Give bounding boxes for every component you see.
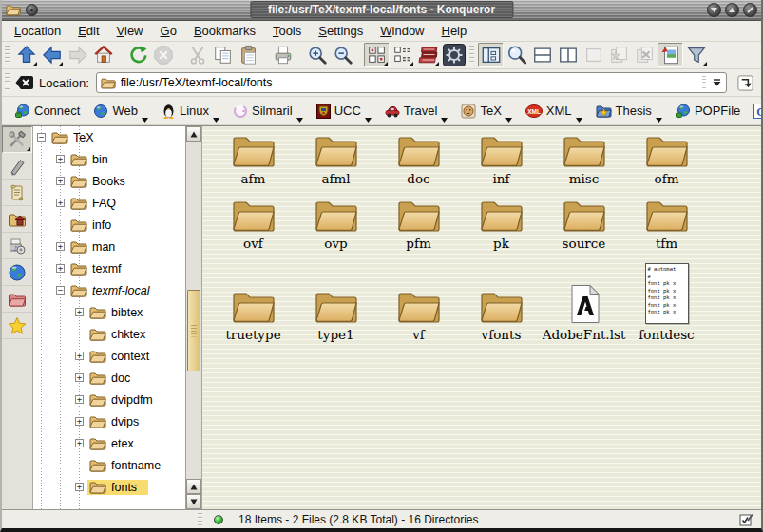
file-item[interactable]: pk xyxy=(460,199,543,251)
location-combobox[interactable] xyxy=(96,72,727,93)
bookmarks-button[interactable] xyxy=(415,43,441,67)
titlebar[interactable]: file:/usr/TeX/texmf-local/fonts - Konque… xyxy=(2,0,761,21)
bookmark-connect[interactable]: Connect xyxy=(9,97,86,124)
file-item[interactable]: ovf xyxy=(212,199,295,251)
tree-item[interactable]: + texmf xyxy=(33,257,185,279)
file-item[interactable]: vf xyxy=(377,290,460,342)
sidebar-tab-services[interactable]: ♪ xyxy=(2,233,32,259)
bookmark-silmaril[interactable]: Silmaril xyxy=(226,97,310,124)
scrollbar-thumb[interactable] xyxy=(187,290,200,371)
folder-view[interactable]: afm xyxy=(201,126,761,509)
file-item[interactable]: # automat # font pk x font pk x font pk … xyxy=(625,263,708,342)
sidebar-tab-root-folder[interactable] xyxy=(2,286,32,313)
scroll-down-button[interactable] xyxy=(186,494,201,509)
clear-location-button[interactable] xyxy=(13,70,36,95)
sidebar-tab-bookmarks-star[interactable] xyxy=(2,313,32,339)
gear-extension-button[interactable] xyxy=(441,43,467,67)
menu-item[interactable]: Edit xyxy=(69,22,107,40)
close-view-button[interactable] xyxy=(581,43,606,67)
minimize-button[interactable] xyxy=(707,3,721,17)
file-item[interactable]: inf xyxy=(460,134,543,186)
tree-toggle[interactable]: + xyxy=(75,483,84,491)
stop-button[interactable] xyxy=(150,43,176,67)
tree-item[interactable]: − texmf-local xyxy=(33,279,185,301)
thumbnail-preview-button[interactable] xyxy=(658,43,683,67)
icon-view-button[interactable] xyxy=(364,43,390,67)
zoom-in-button[interactable] xyxy=(304,43,330,67)
statusbar-settings-button[interactable] xyxy=(739,513,753,526)
go-button[interactable] xyxy=(733,70,757,95)
menu-item[interactable]: Bookmarks xyxy=(185,22,264,40)
tree-item[interactable]: fontname xyxy=(33,454,185,476)
tree-toggle[interactable]: + xyxy=(56,155,65,163)
menu-item[interactable]: Tools xyxy=(264,22,310,40)
list-view-button[interactable] xyxy=(390,43,415,67)
split-top-bottom-button[interactable] xyxy=(529,43,555,67)
reload-button[interactable] xyxy=(124,43,150,67)
sidebar-tab-home[interactable] xyxy=(2,206,32,233)
print-button[interactable] xyxy=(270,43,296,67)
bookmark-popfile[interactable]: POPFile xyxy=(669,97,747,124)
sidebar-tab-configure[interactable] xyxy=(2,126,32,153)
bookmark-thesis[interactable]: Thesis xyxy=(589,97,669,124)
menu-item[interactable]: Settings xyxy=(310,22,372,40)
tree-toggle[interactable]: + xyxy=(56,242,65,251)
paste-button[interactable] xyxy=(236,43,261,67)
file-item[interactable]: vfonts xyxy=(460,290,543,342)
tree-item[interactable]: info xyxy=(33,214,185,236)
tree-item[interactable]: + context xyxy=(33,345,185,367)
file-item[interactable]: ofm xyxy=(625,134,708,186)
scroll-up-button-2[interactable] xyxy=(186,479,201,494)
tree-toggle[interactable]: − xyxy=(56,286,65,294)
forward-button[interactable] xyxy=(65,43,90,67)
tree-toggle[interactable]: − xyxy=(37,133,46,142)
file-item[interactable]: AdobeFnt.lst xyxy=(543,284,625,342)
sidebar-toggle-button[interactable] xyxy=(478,43,504,67)
back-button[interactable] xyxy=(39,43,65,67)
sidebar-tab-network[interactable] xyxy=(2,259,32,286)
file-item[interactable]: misc xyxy=(543,134,625,186)
tree-toggle[interactable]: + xyxy=(75,308,84,316)
maximize-button[interactable] xyxy=(725,3,739,17)
home-button[interactable] xyxy=(90,43,116,67)
bookmark-linux[interactable]: Linux xyxy=(155,97,226,124)
bookmark-web[interactable]: Web xyxy=(86,97,155,124)
tree-item[interactable]: + FAQ xyxy=(33,192,185,214)
close-tab-button[interactable] xyxy=(632,43,658,67)
sidebar-tab-history[interactable] xyxy=(2,180,32,206)
new-tab-button[interactable] xyxy=(606,43,632,67)
tree-toggle[interactable]: + xyxy=(56,264,65,273)
zoom-out-button[interactable] xyxy=(330,43,355,67)
sticky-button[interactable] xyxy=(26,4,38,16)
up-button[interactable] xyxy=(13,43,39,67)
tree-toggle[interactable]: + xyxy=(75,417,84,426)
tree-item[interactable]: chktex xyxy=(33,323,185,345)
file-item[interactable]: afml xyxy=(295,134,377,186)
bookmark-ucc[interactable]: UCC xyxy=(310,97,378,124)
tree-item[interactable]: + dvips xyxy=(33,410,185,432)
tree-item[interactable]: + fonts xyxy=(33,476,185,498)
file-item[interactable]: ovp xyxy=(295,199,377,251)
menu-item[interactable]: Window xyxy=(372,22,432,40)
file-item[interactable]: type1 xyxy=(295,290,377,342)
window-menu-folder-icon[interactable] xyxy=(6,4,21,16)
tree-item[interactable]: + doc xyxy=(33,367,185,389)
tree-item[interactable]: + man xyxy=(33,236,185,257)
file-item[interactable]: tfm xyxy=(625,199,708,251)
tree-toggle[interactable]: + xyxy=(75,373,84,382)
bookmark-xml[interactable]: XML XML xyxy=(519,97,589,124)
location-input[interactable] xyxy=(116,76,702,89)
tree-toggle[interactable]: + xyxy=(56,199,65,207)
tree-item[interactable]: + bin xyxy=(33,148,185,170)
tree-item[interactable]: + Books xyxy=(33,170,185,192)
tree-toggle[interactable]: + xyxy=(75,439,84,447)
find-button[interactable] xyxy=(504,43,529,67)
file-item[interactable]: source xyxy=(543,199,625,251)
file-item[interactable]: truetype xyxy=(212,290,295,342)
tree-scrollbar[interactable] xyxy=(185,126,201,509)
tree-toggle[interactable]: + xyxy=(75,352,84,360)
bookmark-travel[interactable]: Travel xyxy=(378,97,455,124)
filter-button[interactable] xyxy=(683,43,709,67)
tree-item[interactable]: − TeX xyxy=(33,126,185,148)
split-left-right-button[interactable] xyxy=(555,43,581,67)
